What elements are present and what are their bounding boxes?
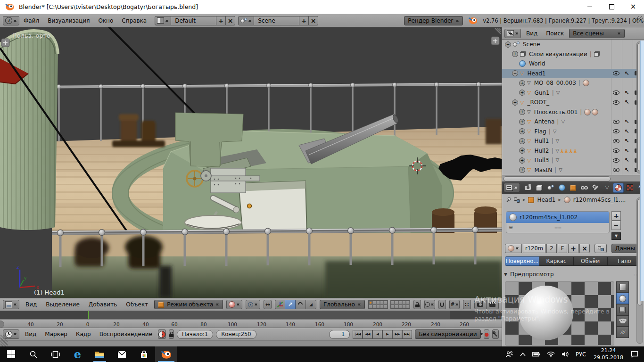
- task-view-button[interactable]: [44, 346, 66, 362]
- end-frame-field[interactable]: Конец:250: [216, 330, 256, 339]
- tab-material[interactable]: [613, 183, 624, 193]
- layer-cell[interactable]: [372, 301, 376, 304]
- lock-layers-button[interactable]: [413, 300, 421, 309]
- proportional-edit-button[interactable]: [424, 300, 435, 309]
- eye-icon[interactable]: [613, 158, 619, 163]
- unlink-material-button[interactable]: [579, 244, 590, 253]
- preview-cube-button[interactable]: [616, 304, 629, 315]
- file-explorer-button[interactable]: [89, 346, 111, 362]
- collapse-icon[interactable]: −: [512, 70, 518, 76]
- layer-cell[interactable]: [398, 304, 402, 308]
- tab-render[interactable]: [522, 183, 533, 193]
- rotate-manipulator-button[interactable]: [296, 300, 306, 309]
- preview-monkey-button[interactable]: [616, 315, 629, 327]
- current-frame-field[interactable]: 1: [329, 330, 350, 339]
- pivot-point-button[interactable]: [246, 300, 260, 309]
- cursor-icon[interactable]: [624, 157, 629, 163]
- manipulator-toggle-button[interactable]: [264, 300, 271, 309]
- minimize-button[interactable]: [579, 0, 601, 14]
- menu-view[interactable]: Вид: [523, 30, 541, 37]
- cursor-icon[interactable]: [624, 129, 629, 134]
- layer-cell[interactable]: [369, 304, 372, 308]
- people-button[interactable]: [502, 346, 517, 362]
- cursor-icon[interactable]: [624, 71, 629, 76]
- corner-resize-grip[interactable]: [0, 335, 8, 346]
- clock[interactable]: 21:24 29.05.2018: [589, 347, 627, 361]
- search-button[interactable]: [22, 346, 44, 362]
- opengl-render-options-button[interactable]: [463, 300, 471, 309]
- layer-cell[interactable]: [380, 304, 384, 308]
- add-slot-button[interactable]: [611, 211, 621, 221]
- translate-manipulator-button[interactable]: [285, 300, 296, 309]
- resize-grip-icon[interactable]: [554, 225, 561, 230]
- breadcrumb-object[interactable]: Head1: [537, 197, 555, 203]
- type-surface-button[interactable]: Поверхно...: [505, 256, 539, 266]
- lock-time-button[interactable]: [169, 329, 174, 339]
- menu-window[interactable]: Окно: [94, 17, 117, 24]
- layer-cell[interactable]: [395, 304, 398, 308]
- editor-type-button[interactable]: [3, 16, 19, 25]
- menu-playback[interactable]: Воспроизведение: [97, 331, 155, 337]
- expand-icon[interactable]: +: [519, 80, 525, 86]
- eye-icon[interactable]: [613, 90, 619, 95]
- wifi-button[interactable]: [544, 346, 558, 362]
- scene-browse-button[interactable]: [238, 16, 254, 25]
- material-slot-row[interactable]: r120mm45cs_l1.002: [506, 212, 609, 223]
- editor-type-button[interactable]: [504, 29, 521, 38]
- opengl-render-image-button[interactable]: [474, 300, 487, 309]
- layer-cell[interactable]: [376, 304, 380, 308]
- new-material-button[interactable]: [568, 244, 578, 253]
- remove-slot-button[interactable]: [611, 221, 621, 230]
- outliner-row[interactable]: +Antena: [502, 117, 644, 127]
- layer-cell[interactable]: [402, 301, 406, 304]
- tab-modifiers[interactable]: [590, 183, 601, 193]
- outliner-horizontal-scrollbar[interactable]: [502, 175, 644, 182]
- type-volume-button[interactable]: Объём: [574, 256, 608, 266]
- layer-cell[interactable]: [402, 304, 406, 308]
- menu-add[interactable]: Добавить: [86, 301, 120, 308]
- battery-button[interactable]: [529, 346, 544, 362]
- tab-layers[interactable]: [534, 183, 545, 193]
- type-wire-button[interactable]: Каркас: [539, 256, 573, 266]
- expand-icon[interactable]: +: [519, 167, 525, 173]
- eye-icon[interactable]: [613, 168, 619, 172]
- layer-cell[interactable]: [406, 304, 410, 308]
- scale-manipulator-button[interactable]: [306, 300, 316, 309]
- outliner-row[interactable]: World: [502, 59, 644, 69]
- outliner-row[interactable]: +Hull3: [502, 156, 644, 165]
- eye-icon[interactable]: [613, 71, 619, 75]
- timeline-track[interactable]: [0, 311, 502, 319]
- blender-taskbar-button[interactable]: [155, 346, 177, 362]
- layer-cell[interactable]: [369, 301, 372, 304]
- sidebar-expand-button[interactable]: [491, 37, 499, 45]
- toolbar-expand-button[interactable]: [1, 39, 9, 47]
- playhead[interactable]: [88, 311, 89, 319]
- expand-icon[interactable]: +: [519, 128, 525, 134]
- menu-select[interactable]: Выделение: [43, 301, 82, 308]
- menu-object[interactable]: Объект: [123, 301, 151, 308]
- cursor-icon[interactable]: [624, 138, 629, 144]
- cursor-icon[interactable]: [624, 99, 629, 105]
- scrollbar-thumb[interactable]: [504, 176, 611, 181]
- material-slot-list[interactable]: r120mm45cs_l1.002: [506, 211, 610, 233]
- play-reverse-button[interactable]: [372, 330, 382, 339]
- collapse-icon[interactable]: −: [505, 41, 511, 48]
- layer-cell[interactable]: [398, 301, 402, 304]
- outliner-row[interactable]: +Hull2: [502, 146, 644, 156]
- layer-cell[interactable]: [406, 301, 410, 304]
- editor-type-button[interactable]: [504, 183, 520, 192]
- eye-icon[interactable]: [613, 120, 619, 124]
- outliner-row[interactable]: +MO_08_00.003: [502, 78, 644, 88]
- breadcrumb-material[interactable]: r120mm45cs_l1....: [573, 197, 626, 203]
- viewport-shading-button[interactable]: [226, 300, 242, 309]
- layer-cell[interactable]: [391, 301, 395, 304]
- cursor-icon[interactable]: [624, 148, 629, 154]
- close-button[interactable]: ×: [622, 0, 644, 14]
- tray-overflow-button[interactable]: [517, 346, 529, 362]
- snap-toggle-button[interactable]: [438, 300, 446, 309]
- outliner-row[interactable]: +Gun1: [502, 88, 644, 98]
- fake-user-button[interactable]: F: [558, 244, 567, 253]
- expand-icon[interactable]: +: [519, 138, 525, 144]
- next-keyframe-button[interactable]: [392, 330, 402, 339]
- manipulator-axes-button[interactable]: [275, 300, 285, 309]
